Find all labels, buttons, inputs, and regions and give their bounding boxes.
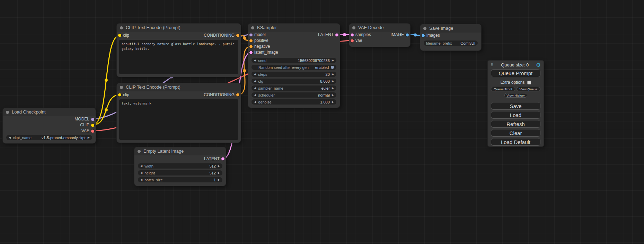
- output-port-conditioning[interactable]: [236, 93, 239, 97]
- widget-value: enabled: [315, 65, 329, 70]
- decrement-arrow-icon[interactable]: ◀: [254, 100, 256, 103]
- widget-ckpt-name[interactable]: ◀ ckpt_name v1-5-pruned-emaonly.ckpt ▶: [6, 135, 92, 140]
- collapse-icon[interactable]: [120, 26, 123, 29]
- node-ksampler[interactable]: KSampler model LATENT positive negative …: [248, 24, 340, 108]
- output-port-model[interactable]: [91, 118, 94, 121]
- load-default-button[interactable]: Load Default: [491, 138, 540, 146]
- decrement-arrow-icon[interactable]: ◀: [140, 164, 142, 168]
- increment-arrow-icon[interactable]: ▶: [332, 59, 334, 62]
- widget-scheduler[interactable]: ◀ scheduler normal ▶: [252, 92, 336, 98]
- node-title-bar[interactable]: CLIP Text Encode (Prompt): [117, 24, 241, 32]
- input-port-negative[interactable]: [249, 45, 253, 48]
- widget-seed[interactable]: ◀ seed 156680208700286 ▶: [252, 58, 336, 63]
- positive-prompt-textarea[interactable]: beautiful scenery nature glass bottle la…: [119, 40, 238, 74]
- output-port-vae[interactable]: [91, 129, 94, 133]
- toggle-icon[interactable]: [331, 66, 334, 69]
- collapse-icon[interactable]: [6, 111, 9, 114]
- node-title-bar[interactable]: KSampler: [248, 24, 340, 32]
- output-port-latent[interactable]: [335, 33, 338, 36]
- decrement-arrow-icon[interactable]: ◀: [254, 87, 256, 90]
- node-save-image[interactable]: Save Image images filename_prefix ComfyU…: [420, 24, 481, 51]
- wire-midpoint-dot: [414, 34, 417, 37]
- input-port-positive[interactable]: [249, 39, 253, 42]
- view-queue-button[interactable]: View Queue: [517, 87, 541, 91]
- node-clip-text-encode-negative[interactable]: CLIP Text Encode (Prompt) clip CONDITION…: [117, 83, 241, 143]
- node-title-bar[interactable]: CLIP Text Encode (Prompt): [117, 83, 241, 91]
- node-empty-latent-image[interactable]: Empty Latent Image LATENT ◀ width 512 ▶ …: [134, 147, 226, 186]
- widget-random-seed-toggle[interactable]: Random seed after every gen enabled: [252, 65, 336, 70]
- view-history-button[interactable]: View History: [504, 93, 527, 98]
- collapse-icon[interactable]: [423, 27, 426, 30]
- widget-filename-prefix[interactable]: filename_prefix ComfyUI: [424, 40, 478, 46]
- decrement-arrow-icon[interactable]: ◀: [140, 178, 142, 181]
- node-title-bar[interactable]: VAE Decode: [349, 24, 410, 32]
- collapse-icon[interactable]: [251, 26, 254, 29]
- decrement-arrow-icon[interactable]: ◀: [140, 171, 142, 174]
- node-load-checkpoint[interactable]: Load Checkpoint MODEL CLIP VAE ◀ ckpt_na…: [3, 108, 96, 143]
- settings-gear-icon[interactable]: ⚙: [536, 63, 541, 67]
- port-row: MODEL: [3, 116, 96, 122]
- queue-prompt-button[interactable]: Queue Prompt: [491, 69, 540, 77]
- negative-prompt-textarea[interactable]: text, watermark: [119, 99, 238, 140]
- input-label-negative: negative: [254, 44, 270, 49]
- output-port-latent[interactable]: [221, 157, 224, 161]
- decrement-arrow-icon[interactable]: ◀: [254, 93, 256, 97]
- refresh-button[interactable]: Refresh: [491, 120, 540, 128]
- decrement-arrow-icon[interactable]: ◀: [254, 59, 256, 62]
- increment-arrow-icon[interactable]: ▶: [218, 171, 220, 174]
- increment-arrow-icon[interactable]: ▶: [332, 93, 334, 97]
- collapse-icon[interactable]: [138, 150, 141, 153]
- input-port-model[interactable]: [249, 33, 253, 36]
- increment-arrow-icon[interactable]: ▶: [332, 100, 334, 103]
- input-label-positive: positive: [254, 38, 268, 44]
- output-port-image[interactable]: [406, 33, 409, 36]
- widget-sampler-name[interactable]: ◀ sampler_name euler ▶: [252, 85, 336, 91]
- input-port-clip[interactable]: [118, 34, 121, 37]
- widget-name: cfg: [258, 79, 318, 83]
- widget-cfg[interactable]: ◀ cfg 8.000 ▶: [252, 79, 336, 84]
- output-port-conditioning[interactable]: [236, 34, 239, 37]
- wire-midpoint-dot: [243, 69, 246, 72]
- save-button[interactable]: Save: [491, 102, 540, 110]
- input-port-images[interactable]: [422, 34, 425, 37]
- node-clip-text-encode-positive[interactable]: CLIP Text Encode (Prompt) clip CONDITION…: [117, 24, 241, 77]
- input-port-vae[interactable]: [351, 39, 354, 42]
- widget-batch-size[interactable]: ◀ batch_size 1 ▶: [138, 177, 222, 182]
- increment-arrow-icon[interactable]: ▶: [218, 178, 220, 181]
- node-title-bar[interactable]: Load Checkpoint: [3, 108, 96, 116]
- widget-name: denoise: [258, 100, 318, 104]
- decrement-arrow-icon[interactable]: ◀: [9, 136, 11, 139]
- clear-button[interactable]: Clear: [491, 129, 540, 137]
- load-button[interactable]: Load: [491, 111, 540, 119]
- input-label-latent-image: latent_image: [254, 49, 278, 55]
- input-port-latent-image[interactable]: [249, 51, 253, 54]
- increment-arrow-icon[interactable]: ▶: [88, 136, 90, 139]
- collapse-icon[interactable]: [120, 86, 123, 89]
- queue-front-button[interactable]: Queue Front: [491, 87, 515, 91]
- queue-panel: ⠿ Queue size: 0 ⚙ Queue Prompt Extra opt…: [488, 61, 544, 146]
- increment-arrow-icon[interactable]: ▶: [218, 164, 220, 168]
- widget-denoise[interactable]: ◀ denoise 1.000 ▶: [252, 99, 336, 105]
- drag-handle-icon[interactable]: ⠿: [491, 63, 494, 67]
- widget-width[interactable]: ◀ width 512 ▶: [138, 163, 222, 169]
- node-title-bar[interactable]: Empty Latent Image: [134, 147, 226, 155]
- wire-midpoint-dot: [105, 108, 108, 111]
- widget-name: batch_size: [144, 178, 212, 182]
- wire-midpoint-dot: [343, 33, 346, 36]
- input-port-clip[interactable]: [118, 93, 121, 97]
- extra-options-checkbox[interactable]: [527, 81, 531, 84]
- output-port-clip[interactable]: [91, 124, 94, 127]
- widget-steps[interactable]: ◀ steps 20 ▶: [252, 72, 336, 77]
- widget-height[interactable]: ◀ height 512 ▶: [138, 170, 222, 175]
- node-vae-decode[interactable]: VAE Decode samples IMAGE vae: [349, 24, 410, 47]
- decrement-arrow-icon[interactable]: ◀: [254, 73, 256, 76]
- node-title-bar[interactable]: Save Image: [420, 24, 481, 33]
- node-graph-canvas[interactable]: Load Checkpoint MODEL CLIP VAE ◀ ckpt_na…: [0, 0, 644, 244]
- increment-arrow-icon[interactable]: ▶: [332, 87, 334, 90]
- collapse-icon[interactable]: [352, 26, 355, 29]
- decrement-arrow-icon[interactable]: ◀: [254, 80, 256, 83]
- increment-arrow-icon[interactable]: ▶: [332, 80, 334, 83]
- input-port-samples[interactable]: [351, 33, 354, 36]
- node-title: Load Checkpoint: [12, 109, 46, 115]
- increment-arrow-icon[interactable]: ▶: [332, 73, 334, 76]
